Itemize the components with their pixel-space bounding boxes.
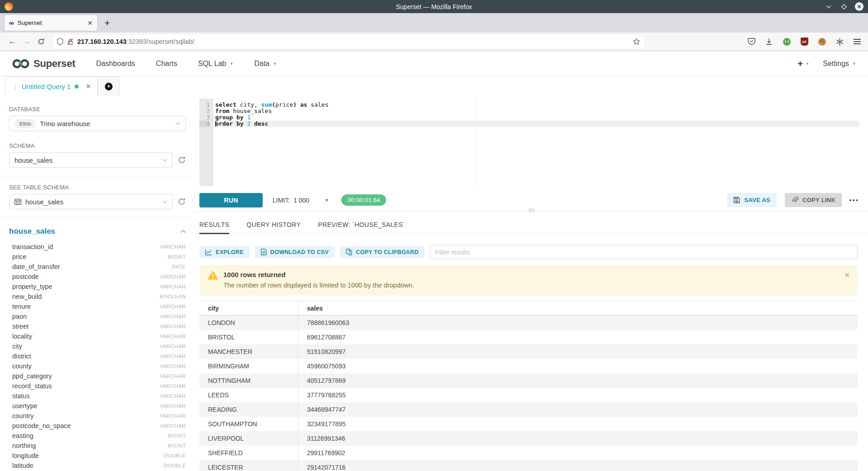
insecure-lock-icon[interactable] bbox=[67, 38, 74, 45]
nav-dashboards[interactable]: Dashboards bbox=[96, 60, 135, 68]
sql-editor[interactable]: 1234 select city, sum(price) as salesfro… bbox=[199, 99, 859, 186]
cell-sales: 788861960063 bbox=[298, 316, 858, 330]
run-button[interactable]: RUN bbox=[199, 193, 263, 207]
tab-results[interactable]: RESULTS bbox=[199, 221, 229, 234]
browser-tab[interactable]: ∞ Superset ✕ bbox=[5, 15, 97, 31]
save-as-button[interactable]: SAVE AS bbox=[727, 193, 777, 207]
copy-icon bbox=[346, 249, 352, 255]
chevron-down-icon: ▼ bbox=[230, 61, 234, 66]
refresh-schemas-icon[interactable] bbox=[178, 156, 186, 164]
new-tab-button[interactable]: + bbox=[104, 18, 110, 28]
cell-city: LONDON bbox=[199, 319, 298, 326]
ublock-icon[interactable]: UO bbox=[800, 37, 809, 46]
table-row: LEICESTER29142071716 bbox=[199, 460, 858, 471]
link-icon bbox=[791, 197, 798, 203]
cookie-extension-icon[interactable] bbox=[817, 37, 826, 46]
tab-query-history[interactable]: QUERY HISTORY bbox=[246, 221, 301, 233]
back-button[interactable]: ← bbox=[6, 37, 18, 46]
table-column-row: usertypeVARCHAR bbox=[9, 401, 186, 411]
url-text: 217.160.120.143:32393/superset/sqllab/ bbox=[77, 38, 629, 45]
superset-logo[interactable]: Superset bbox=[12, 58, 75, 70]
limit-dropdown[interactable]: LIMIT: 1 000 ▼ bbox=[273, 197, 329, 204]
column-name: transaction_id bbox=[12, 243, 53, 250]
database-select[interactable]: trino Trino warehouse bbox=[9, 116, 186, 131]
brand-name: Superset bbox=[33, 58, 75, 70]
copy-to-clipboard-button[interactable]: COPY TO CLIPBOARD bbox=[340, 246, 425, 258]
column-name: date_of_transfer bbox=[12, 263, 60, 270]
alert-close-icon[interactable]: ✕ bbox=[844, 271, 850, 279]
url-host: 217.160.120.143 bbox=[77, 38, 127, 45]
nav-charts[interactable]: Charts bbox=[156, 60, 177, 68]
forward-button[interactable]: → bbox=[21, 37, 33, 46]
cell-sales: 32349177895 bbox=[298, 417, 858, 431]
table-column-row: date_of_transferDATE bbox=[9, 262, 186, 272]
column-name: district bbox=[12, 353, 31, 360]
rows-returned-alert: 1000 rows returned The number of rows di… bbox=[200, 265, 858, 296]
add-query-tab-button[interactable]: + bbox=[98, 76, 120, 96]
table-column-row: longitudeDOUBLE bbox=[9, 451, 186, 461]
browser-toolbar: ← → 217.160.120.143:32393/superset/sqlla… bbox=[0, 33, 868, 51]
pocket-icon[interactable] bbox=[747, 37, 756, 46]
chevron-down-icon: ▼ bbox=[273, 61, 277, 66]
divider bbox=[0, 217, 195, 218]
column-type: VARCHAR bbox=[160, 304, 186, 309]
table-column-row: new_buildBOOLEAN bbox=[9, 292, 186, 301]
reload-button[interactable] bbox=[35, 38, 47, 45]
extension-asterisk-icon[interactable] bbox=[835, 37, 844, 46]
add-new-button[interactable]: +▼ bbox=[797, 58, 809, 69]
settings-menu[interactable]: Settings▼ bbox=[823, 60, 856, 68]
text-cursor bbox=[215, 121, 216, 127]
nav-sql-lab[interactable]: SQL Lab▼ bbox=[198, 60, 233, 68]
table-column-row: streetVARCHAR bbox=[9, 321, 186, 331]
privacy-badger-icon[interactable] bbox=[782, 37, 791, 46]
table-row: LONDON788861960063 bbox=[199, 316, 858, 330]
results-panel: RESULTS QUERY HISTORY PREVIEW: `HOUSE_SA… bbox=[195, 212, 868, 471]
table-row: MANCHESTER51510820997 bbox=[199, 344, 858, 359]
more-actions-button[interactable]: ••• bbox=[849, 196, 859, 204]
query-tab-active[interactable]: ⋮ Untitled Query 1 ✕ bbox=[5, 76, 98, 96]
table-column-row: latitudeDOUBLE bbox=[9, 461, 186, 471]
cell-city: SOUTHAMPTON bbox=[199, 420, 298, 428]
window-close-icon[interactable]: ✕ bbox=[855, 2, 863, 11]
table-schema-label: SEE TABLE SCHEMA bbox=[9, 184, 186, 191]
tab-preview-table[interactable]: PREVIEW: `HOUSE_SALES` bbox=[318, 221, 405, 233]
menu-hamburger-icon[interactable] bbox=[853, 37, 862, 46]
col-header-city[interactable]: city bbox=[199, 305, 298, 312]
alert-title: 1000 rows returned bbox=[223, 271, 414, 278]
shield-icon[interactable] bbox=[57, 38, 63, 45]
col-header-sales[interactable]: sales bbox=[298, 301, 858, 315]
column-type: VARCHAR bbox=[160, 314, 186, 319]
bookmark-star-icon[interactable] bbox=[633, 38, 640, 45]
table-browser-title[interactable]: house_sales bbox=[9, 227, 55, 236]
drag-grip-icon[interactable]: ⋮ bbox=[12, 83, 18, 90]
table-row: NOTTINGHAM40512797869 bbox=[199, 373, 858, 388]
filter-results-input[interactable] bbox=[430, 245, 858, 259]
explore-button[interactable]: EXPLORE bbox=[199, 246, 250, 258]
tab-close-icon[interactable]: ✕ bbox=[87, 19, 93, 27]
column-type: BIGINT bbox=[168, 433, 186, 438]
table-select[interactable]: house_sales bbox=[9, 194, 173, 209]
browser-tab-title: Superset bbox=[18, 19, 84, 26]
cell-sales: 45960075093 bbox=[298, 359, 858, 373]
results-table-header[interactable]: city sales bbox=[199, 301, 858, 316]
column-type: VARCHAR bbox=[160, 244, 186, 250]
nav-data[interactable]: Data▼ bbox=[254, 60, 277, 68]
schema-select[interactable]: house_sales bbox=[9, 152, 173, 168]
cell-city: LEEDS bbox=[199, 391, 298, 399]
window-maximize-icon[interactable] bbox=[840, 2, 849, 11]
copy-link-button[interactable]: COPY LINK bbox=[785, 193, 842, 207]
table-row: BIRMINGHAM45960075093 bbox=[199, 359, 858, 373]
cell-city: READING bbox=[199, 406, 298, 413]
download-csv-button[interactable]: DOWNLOAD TO CSV bbox=[255, 246, 335, 258]
editor-code[interactable]: select city, sum(price) as salesfrom hou… bbox=[213, 99, 859, 186]
query-tab-close-icon[interactable]: ✕ bbox=[85, 83, 91, 90]
column-name: paon bbox=[12, 313, 27, 320]
url-bar[interactable]: 217.160.120.143:32393/superset/sqllab/ bbox=[52, 35, 645, 48]
downloads-icon[interactable] bbox=[764, 37, 774, 46]
window-minimize-icon[interactable] bbox=[824, 2, 833, 11]
chevron-up-icon[interactable] bbox=[180, 230, 186, 233]
editor-gutter: 1234 bbox=[199, 99, 213, 186]
panel-resize-handle[interactable] bbox=[528, 207, 536, 213]
refresh-tables-icon[interactable] bbox=[178, 198, 186, 206]
cell-city: LIVERPOOL bbox=[199, 435, 298, 442]
